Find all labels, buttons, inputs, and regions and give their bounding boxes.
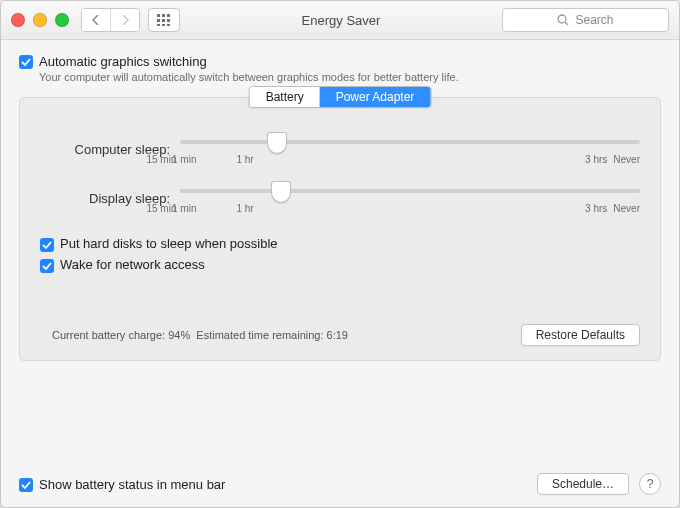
footer: Show battery status in menu bar Schedule… <box>19 473 661 495</box>
svg-rect-7 <box>162 24 165 26</box>
display-sleep-slider[interactable]: 1 min 15 min 1 hr 3 hrs Never <box>180 183 640 214</box>
display-sleep-row: Display sleep: 1 min 15 min 1 hr 3 hrs N… <box>40 183 640 214</box>
svg-line-10 <box>565 22 568 25</box>
check-icon <box>42 261 52 271</box>
slider-thumb[interactable] <box>267 132 287 154</box>
power-settings-panel: Battery Power Adapter Computer sleep: 1 … <box>19 97 661 361</box>
tick-label: 1 hr <box>236 203 253 214</box>
help-button[interactable]: ? <box>639 473 661 495</box>
svg-rect-1 <box>162 14 165 17</box>
show-battery-checkbox[interactable] <box>19 478 33 492</box>
computer-sleep-row: Computer sleep: 1 min 15 min 1 hr 3 hrs … <box>40 134 640 165</box>
tick-label: 15 min <box>146 154 176 165</box>
tick-label: 3 hrs <box>585 154 607 165</box>
hard-disks-checkbox[interactable] <box>40 238 54 252</box>
search-placeholder: Search <box>575 13 613 27</box>
auto-graphics-label: Automatic graphics switching <box>39 54 207 69</box>
svg-point-9 <box>558 15 566 23</box>
svg-rect-3 <box>157 19 160 22</box>
tick-label: Never <box>613 154 640 165</box>
svg-rect-2 <box>167 14 170 17</box>
nav-back-forward <box>81 8 140 32</box>
energy-saver-window: Energy Saver Search Automatic graphics s… <box>0 0 680 508</box>
content-area: Automatic graphics switching Your comput… <box>1 40 679 361</box>
tick-label: 1 hr <box>236 154 253 165</box>
auto-graphics-description: Your computer will automatically switch … <box>39 71 661 83</box>
slider-ticks: 1 min 15 min 1 hr 3 hrs Never <box>180 154 640 165</box>
window-controls <box>11 13 69 27</box>
wake-network-label: Wake for network access <box>60 257 205 272</box>
slider-ticks: 1 min 15 min 1 hr 3 hrs Never <box>180 203 640 214</box>
check-icon <box>21 480 31 490</box>
auto-graphics-checkbox[interactable] <box>19 55 33 69</box>
wake-network-checkbox[interactable] <box>40 259 54 273</box>
hard-disks-label: Put hard disks to sleep when possible <box>60 236 278 251</box>
svg-rect-0 <box>157 14 160 17</box>
help-icon: ? <box>647 477 654 491</box>
back-button[interactable] <box>82 9 110 31</box>
forward-button[interactable] <box>110 9 139 31</box>
svg-rect-5 <box>167 19 170 22</box>
grid-icon <box>157 14 171 26</box>
schedule-button[interactable]: Schedule… <box>537 473 629 495</box>
tab-battery[interactable]: Battery <box>250 87 320 107</box>
svg-rect-4 <box>162 19 165 22</box>
slider-thumb[interactable] <box>271 181 291 203</box>
tick-label: 3 hrs <box>585 203 607 214</box>
show-all-button[interactable] <box>148 8 180 32</box>
wake-network-row: Wake for network access <box>40 257 640 272</box>
tick-label: 15 min <box>146 203 176 214</box>
show-battery-row: Show battery status in menu bar <box>19 477 225 492</box>
power-source-tabs: Battery Power Adapter <box>249 86 432 108</box>
tick-label: Never <box>613 203 640 214</box>
computer-sleep-slider[interactable]: 1 min 15 min 1 hr 3 hrs Never <box>180 134 640 165</box>
search-icon <box>557 14 569 26</box>
auto-graphics-row: Automatic graphics switching <box>19 54 661 69</box>
svg-rect-8 <box>167 24 170 26</box>
check-icon <box>21 57 31 67</box>
slider-track <box>180 140 640 144</box>
restore-defaults-button[interactable]: Restore Defaults <box>521 324 640 346</box>
slider-track <box>180 189 640 193</box>
svg-rect-6 <box>157 24 160 26</box>
battery-status-text: Current battery charge: 94% Estimated ti… <box>52 329 348 341</box>
close-window-button[interactable] <box>11 13 25 27</box>
options-group: Put hard disks to sleep when possible Wa… <box>40 236 640 272</box>
status-row: Current battery charge: 94% Estimated ti… <box>40 324 640 346</box>
hard-disks-row: Put hard disks to sleep when possible <box>40 236 640 251</box>
titlebar: Energy Saver Search <box>1 1 679 40</box>
tab-power-adapter[interactable]: Power Adapter <box>320 87 431 107</box>
minimize-window-button[interactable] <box>33 13 47 27</box>
show-battery-label: Show battery status in menu bar <box>39 477 225 492</box>
check-icon <box>42 240 52 250</box>
zoom-window-button[interactable] <box>55 13 69 27</box>
search-field[interactable]: Search <box>502 8 669 32</box>
window-title: Energy Saver <box>180 13 502 28</box>
